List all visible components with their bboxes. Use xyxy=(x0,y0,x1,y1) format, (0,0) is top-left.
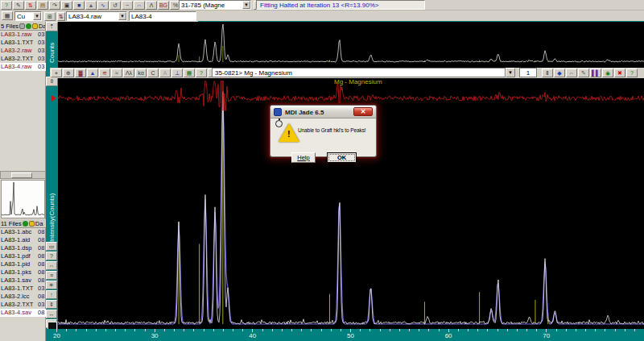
globe2-icon[interactable]: ◉ xyxy=(602,69,613,77)
color-grid-icon[interactable]: ▦ xyxy=(184,69,195,77)
check-icon[interactable] xyxy=(26,23,31,29)
axis-tick xyxy=(615,329,616,331)
help-side-icon[interactable]: ? xyxy=(46,252,57,260)
file-date: 03 xyxy=(38,301,46,309)
pan-icon[interactable]: ⇔ xyxy=(134,1,145,10)
lines-icon[interactable]: ≡ xyxy=(46,271,57,280)
help-button[interactable]: Help xyxy=(291,152,316,163)
pdf-card-combo[interactable]: 31-785 (Magne ▼ xyxy=(179,0,251,10)
calculator-icon[interactable]: ⊞ xyxy=(44,12,56,21)
stretch-icon[interactable]: ↔ xyxy=(46,310,57,318)
list-item[interactable]: LA83-2.TXT03 xyxy=(0,301,46,309)
list-item[interactable]: LA83-4.sav08 xyxy=(0,309,46,317)
lambda-icon[interactable]: Λλ xyxy=(123,69,134,77)
list-item[interactable]: LA83-1.TXT03 xyxy=(0,285,46,293)
peaks-icon[interactable]: ▲ xyxy=(85,1,97,10)
list-item[interactable]: LA83-1.raw03 xyxy=(0,31,46,39)
strip-scroll-up-button[interactable]: ⇡ xyxy=(46,22,58,31)
expand-icon[interactable]: ⇕ xyxy=(46,300,57,309)
fit-width-icon[interactable]: ⇔ xyxy=(46,261,57,270)
list-grid-icon[interactable] xyxy=(19,23,25,29)
help2-icon[interactable]: ? xyxy=(196,69,207,77)
expand-horz-icon[interactable]: ⇔ xyxy=(566,69,577,77)
chevron-down-icon[interactable]: ▼ xyxy=(242,1,250,9)
zoom-icon[interactable]: ⊕ xyxy=(63,69,74,77)
list-item[interactable]: LA83-4.raw03 xyxy=(0,63,46,71)
axis-tick xyxy=(301,329,302,331)
profile-fit-icon[interactable]: Λ xyxy=(146,1,157,10)
open-folder-icon[interactable]: ▤ xyxy=(37,1,48,10)
x-axis: 203040506070 xyxy=(46,329,644,341)
phase-dropdown-icon[interactable]: ▼ xyxy=(506,68,515,77)
dialog-titlebar[interactable]: MDI Jade 6.5 ✕ xyxy=(270,106,376,119)
up-icon[interactable]: ↑ xyxy=(46,290,57,299)
save-display-icon[interactable]: ■ xyxy=(73,1,85,10)
bars-icon[interactable]: ▌▌ xyxy=(590,69,601,77)
list-item[interactable]: LA83-1.abc08 xyxy=(0,228,46,236)
close-icon[interactable]: ✕ xyxy=(353,107,373,116)
smooth-curve-icon[interactable]: ∿ xyxy=(97,1,109,10)
axis-tick xyxy=(439,329,440,331)
horizontal-scrollbar[interactable] xyxy=(0,171,46,179)
list-item[interactable]: LA83-2.lcc08 xyxy=(0,293,46,301)
thumbnail-plot[interactable] xyxy=(1,180,45,218)
file-date: 03 xyxy=(38,55,46,63)
spinner-icon[interactable]: ⇅ xyxy=(57,12,65,21)
chevron-down-icon[interactable]: ▼ xyxy=(118,12,126,20)
bottom-file-list-header: 11 Files Da xyxy=(0,219,46,228)
background-icon[interactable]: BG xyxy=(158,1,169,10)
list-item[interactable]: LA83-1.pdf08 xyxy=(0,252,46,260)
kalpha-icon[interactable]: kα xyxy=(135,69,147,77)
axis-tick xyxy=(213,329,214,331)
c-arrow-icon[interactable]: C xyxy=(147,69,159,77)
i-bar-icon[interactable]: ⊥ xyxy=(171,69,183,77)
check-icon[interactable] xyxy=(23,221,28,227)
bg-fit-icon[interactable]: ≋ xyxy=(99,69,110,77)
grid-icon[interactable]: ▦ xyxy=(2,11,13,20)
chart-x-icon[interactable]: ▓ xyxy=(75,69,86,77)
marker-icon[interactable]: ▭ xyxy=(46,242,57,251)
scrollbar-thumb[interactable] xyxy=(11,173,32,178)
a-icon[interactable]: A xyxy=(159,69,171,77)
pdf-toolbar: ⌖⊕▓▲≋≈ΛλkαCA⊥▦?÷ 35-0821> Mg - Magnesium… xyxy=(50,68,644,78)
help-icon[interactable]: ? xyxy=(1,1,12,10)
ok-button[interactable]: OK xyxy=(327,152,357,163)
dash-icon[interactable]: − xyxy=(122,1,133,10)
list-item[interactable]: LA83-2.raw03 xyxy=(0,47,46,55)
list-item[interactable]: LA83-1.pks08 xyxy=(0,268,46,277)
date-column-header[interactable]: Da xyxy=(35,220,43,227)
file-combo[interactable]: LA83-4.raw ▼ xyxy=(66,11,127,21)
sort-files-icon[interactable]: ⇅ xyxy=(25,1,36,10)
list-item[interactable]: LA83-1.dsp08 xyxy=(0,244,46,252)
chevron-down-icon[interactable]: ▼ xyxy=(33,12,41,20)
list-item[interactable]: LA83-1.pid08 xyxy=(0,260,46,268)
date-column-header[interactable]: Da xyxy=(39,23,45,30)
pdf-spin-value[interactable]: 1 xyxy=(519,68,537,77)
file-date: 08 xyxy=(38,277,46,285)
print-icon[interactable]: ▣ xyxy=(61,1,72,10)
draw-icon[interactable]: ✎ xyxy=(578,69,589,77)
file-date: 08 xyxy=(38,309,46,317)
diamond-icon[interactable]: ◆ xyxy=(554,69,565,77)
send-icon[interactable]: ↷ xyxy=(49,1,60,10)
list-item[interactable]: LA83-1.sav08 xyxy=(0,277,46,285)
phase-field[interactable]: 35-0821> Mg - Magnesium xyxy=(212,68,506,77)
star-icon[interactable]: ✳ xyxy=(46,281,57,289)
help-green-icon[interactable]: ? xyxy=(626,69,638,77)
edit-report-icon[interactable]: ✎ xyxy=(13,1,24,10)
list-item[interactable]: LA83-2.TXT03 xyxy=(0,55,46,63)
folder-icon[interactable] xyxy=(29,221,35,227)
anode-combo[interactable]: Cu ▼ xyxy=(14,11,42,21)
file-id-input[interactable]: LA83-4 xyxy=(129,11,196,21)
close-red-icon[interactable]: ✖ xyxy=(614,69,625,77)
list-item[interactable]: LA83-1.aid08 xyxy=(0,236,46,244)
expand-vert-icon[interactable]: ⇕ xyxy=(542,69,553,77)
overview-plot[interactable] xyxy=(58,22,644,68)
de-icon[interactable]: ≈ xyxy=(111,69,122,77)
list-item[interactable]: LA83-1.TXT03 xyxy=(0,39,46,47)
folder-icon[interactable] xyxy=(32,23,38,29)
file-panel: 5 Files Da LA83-1.raw03LA83-1.TXT03LA83-… xyxy=(0,22,46,341)
refresh-icon[interactable]: ↺ xyxy=(109,1,121,10)
peaks-blue-icon[interactable]: ▲ xyxy=(87,69,98,77)
pointer-icon[interactable]: ⌖ xyxy=(51,69,62,77)
